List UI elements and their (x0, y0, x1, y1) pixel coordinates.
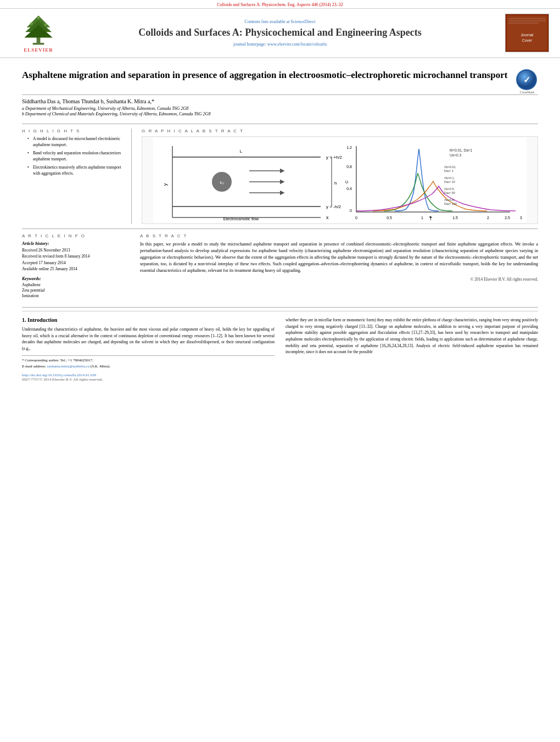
svg-text:1.2: 1.2 (346, 146, 352, 149)
crossmark-logo[interactable]: ✓ CrossMark (516, 69, 538, 91)
svg-point-7 (37, 17, 39, 19)
crossmark-icon: ✓ (516, 69, 537, 90)
svg-text:L: L (240, 149, 243, 154)
svg-text:2.5: 2.5 (505, 216, 510, 220)
journal-right-logo: Journal Cover (505, 14, 549, 52)
doi-issn: 0927-7757/© 2014 Elsevier B.V. All right… (22, 377, 275, 382)
graphical-abstract-label: G R A P H I C A L A B S T R A C T (142, 129, 538, 133)
section-separator (22, 311, 538, 311)
article-title-section: Asphaltene migration and separation in p… (22, 64, 538, 95)
doi-section: http://dx.doi.org/10.1016/j.colsurfa.201… (22, 373, 275, 382)
footnote-star: * Corresponding author. Tel.: +1 7804625… (22, 358, 275, 364)
crossmark-label: CrossMark (516, 91, 538, 94)
keywords-list: Asphaltene Zeta potential Ionization (22, 282, 132, 298)
svg-text:0.5: 0.5 (387, 216, 392, 220)
keyword-3: Ionization (22, 293, 132, 298)
highlights-label: H I G H L I G H T S (22, 129, 125, 133)
svg-text:Direction of applied electric : Direction of applied electric field (214, 222, 268, 223)
graphical-abstract-col: G R A P H I C A L A B S T R A C T y x (142, 129, 538, 224)
abstract-label: A B S T R A C T (140, 233, 538, 238)
svg-text:T̃: T̃ (429, 216, 432, 221)
introduction-section: 1. Introduction Understanding the charac… (22, 317, 538, 382)
svg-text:Cover: Cover (522, 38, 533, 42)
intro-left: 1. Introduction Understanding the charac… (22, 317, 275, 382)
svg-text:x: x (326, 215, 329, 220)
svg-text:y = +h/2: y = +h/2 (326, 155, 342, 160)
main-content: Asphaltene migration and separation in p… (0, 58, 560, 387)
svg-text:Λb=0.8,: Λb=0.8, (444, 198, 455, 202)
info-abstract-section: A R T I C L E I N F O Article history: R… (22, 233, 538, 308)
graphical-abstract-svg: y x L y = +h/2 y = -h/2 k₀ (142, 138, 537, 223)
journal-title-center: Contents lists available at ScienceDirec… (66, 19, 494, 46)
intro-right: whether they are in micellar form or mon… (285, 317, 538, 382)
highlight-item-1: A model is discussed for microchannel el… (27, 136, 125, 148)
elsevier-label: ELSEVIER (24, 47, 53, 53)
elsevier-logo-left: ELSEVIER (11, 13, 66, 53)
article-info-label: A R T I C L E I N F O (22, 233, 132, 238)
svg-rect-0 (37, 37, 41, 44)
svg-rect-1 (33, 43, 44, 44)
svg-text:Da₀= 10: Da₀= 10 (444, 180, 455, 183)
svg-text:3: 3 (520, 216, 522, 220)
affil-a: a Department of Mechanical Engineering, … (22, 106, 538, 111)
footnote-section: * Corresponding author. Tel.: +1 7804625… (22, 355, 275, 370)
doi-url[interactable]: http://dx.doi.org/10.1016/j.colsurfa.201… (22, 373, 275, 377)
journal-header: ELSEVIER Contents lists available at Sci… (0, 9, 560, 58)
intro-right-text: whether they are in micellar form or mon… (285, 317, 538, 355)
graphical-abstract-box: y x L y = +h/2 y = -h/2 k₀ (142, 136, 538, 224)
highlight-item-3: Electrokinetics massively affects asphal… (27, 165, 125, 176)
article-info-col: A R T I C L E I N F O Article history: R… (22, 233, 132, 303)
svg-text:y: y (163, 183, 168, 186)
highlights-list: A model is discussed for microchannel el… (22, 136, 125, 176)
svg-text:y = -h/2: y = -h/2 (326, 204, 341, 209)
article-history: Article history: Received 26 November 20… (22, 241, 132, 272)
journal-homepage: journal homepage: www.elsevier.com/locat… (66, 42, 494, 47)
affiliations: a Department of Mechanical Engineering, … (22, 106, 538, 116)
journal-logo-right: Journal Cover (494, 14, 549, 52)
abstract-text: In this paper, we provide a model to stu… (140, 241, 538, 274)
journal-main-title: Colloids and Surfaces A: Physicochemical… (66, 26, 494, 39)
received-date: Received 26 November 2013 Received in re… (22, 247, 132, 272)
svg-text:Da₀= 1: Da₀= 1 (444, 169, 453, 172)
svg-text:k₀: k₀ (220, 180, 224, 185)
authors-section: Siddhartha Das a, Thomas Thundat b, Sush… (22, 95, 538, 119)
journal-top-bar: Colloids and Surfaces A: Physicochem. En… (0, 0, 560, 9)
journal-citation: Colloids and Surfaces A: Physicochem. En… (217, 2, 343, 7)
svg-text:Λb=0.01,: Λb=0.01, (444, 165, 457, 169)
contents-line: Contents lists available at ScienceDirec… (66, 19, 494, 24)
svg-text:0.8: 0.8 (346, 165, 352, 169)
highlight-item-2: Band velocity and separation resolution … (27, 150, 125, 162)
highlights-graphical-section: H I G H L I G H T S A model is discussed… (22, 124, 538, 229)
keyword-2: Zeta potential (22, 288, 132, 293)
article-title: Asphaltene migration and separation in p… (22, 69, 508, 81)
svg-text:1: 1 (421, 216, 423, 220)
svg-text:0: 0 (350, 209, 352, 213)
svg-text:✓: ✓ (523, 75, 530, 85)
svg-text:0.4: 0.4 (346, 187, 352, 191)
svg-point-6 (44, 24, 47, 26)
authors-line: Siddhartha Das a, Thomas Thundat b, Sush… (22, 98, 538, 104)
svg-text:Ue=0.3: Ue=0.3 (450, 153, 462, 157)
svg-text:1.5: 1.5 (452, 216, 458, 220)
svg-text:Λb=0.5,: Λb=0.5, (444, 187, 455, 191)
svg-text:Da₀= 50: Da₀= 50 (444, 191, 455, 194)
svg-text:h: h (334, 181, 337, 186)
copyright-line: © 2014 Elsevier B.V. All rights reserved… (140, 277, 538, 282)
homepage-url[interactable]: www.elsevier.com/locate/colsurfa (267, 42, 327, 47)
svg-text:C: C (344, 180, 349, 183)
highlights-col: H I G H L I G H T S A model is discussed… (22, 129, 132, 224)
intro-left-text: Understanding the characteristics of asp… (22, 326, 275, 352)
footnote-email[interactable]: sushanta.mitra@ualberta.ca (47, 364, 90, 369)
history-label: Article history: (22, 241, 132, 246)
svg-text:Journal: Journal (521, 33, 534, 37)
science-direct-link[interactable]: ScienceDirect (291, 19, 316, 24)
footnote-email-line: E-mail address: sushanta.mitra@ualberta.… (22, 364, 275, 370)
svg-text:Λb=0.1,: Λb=0.1, (444, 176, 455, 180)
svg-text:0: 0 (355, 216, 357, 220)
svg-text:Da₀= 100: Da₀= 100 (444, 202, 457, 205)
keywords-label: Keywords: (22, 276, 132, 281)
svg-point-5 (30, 22, 33, 25)
elsevier-tree-icon (19, 13, 58, 46)
abstract-col: A B S T R A C T In this paper, we provid… (140, 233, 538, 303)
svg-text:Electroosmotic flow: Electroosmotic flow (223, 216, 259, 221)
